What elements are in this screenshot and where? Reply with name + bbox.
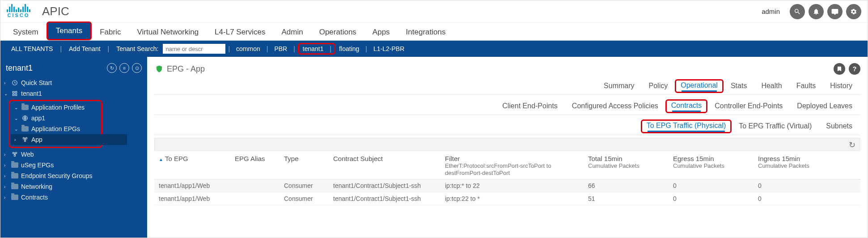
table-row[interactable]: tenant1/app1/Web Consumer tenant1/Contra… (154, 179, 860, 192)
tenant-link-l1l2pbr[interactable]: L1-L2-PBR (370, 43, 408, 54)
svg-rect-4 (15, 94, 17, 96)
tree-esg[interactable]: › Endpoint Security Groups (0, 170, 147, 181)
feedback-icon[interactable] (827, 4, 843, 19)
nav-apps[interactable]: Apps (364, 24, 398, 40)
help-icon[interactable]: ? (849, 63, 860, 75)
tenant-link-floating[interactable]: floating (335, 43, 363, 54)
tree-tenant1[interactable]: ⌄ tenant1 (0, 88, 147, 99)
grid-icon (11, 90, 18, 97)
traffic-table: ▲To EPG EPG Alias Type Contract Subject … (154, 151, 860, 205)
nav-fabric[interactable]: Fabric (92, 24, 129, 40)
tenant-link-pbr[interactable]: PBR (271, 43, 291, 54)
tab-health[interactable]: Health (754, 79, 789, 94)
col-alias[interactable]: EPG Alias (230, 151, 279, 179)
tree-label: Application EPGs (31, 125, 80, 132)
nav-tenants[interactable]: Tenants (48, 23, 91, 39)
folder-icon (11, 162, 18, 168)
cell-type: Consumer (279, 179, 329, 192)
all-tenants-link[interactable]: ALL TENANTS (7, 45, 57, 52)
tab-contracts[interactable]: Contracts (665, 99, 707, 113)
nav-l4l7[interactable]: L4-L7 Services (207, 24, 273, 40)
nav-admin[interactable]: Admin (274, 24, 311, 40)
settings-icon[interactable] (846, 4, 861, 19)
tenant-link-tenant1[interactable]: tenant1 (299, 43, 327, 54)
svg-rect-3 (13, 94, 14, 96)
tree-app1[interactable]: ⌄ app1 (11, 113, 100, 123)
tenant-search-input[interactable] (163, 44, 225, 54)
tab-history[interactable]: History (823, 79, 860, 94)
user-label[interactable]: admin (762, 8, 780, 15)
tab-epg-physical[interactable]: To EPG Traffic (Physical) (641, 119, 732, 133)
nav-integrations[interactable]: Integrations (398, 24, 454, 40)
folder-icon (21, 104, 29, 110)
nav-virtual-networking[interactable]: Virtual Networking (129, 24, 207, 40)
epg-icon (11, 151, 18, 157)
tree-epg-web[interactable]: › Web (0, 149, 147, 160)
cell-egress: 0 (669, 192, 754, 205)
tree-label: Application Profiles (31, 104, 85, 111)
tab-summary[interactable]: Summary (597, 79, 641, 94)
bookmark-icon[interactable] (834, 63, 845, 75)
tab-stats[interactable]: Stats (724, 79, 754, 94)
tab-faults[interactable]: Faults (789, 79, 823, 94)
tree-quick-start[interactable]: › Quick Start (0, 77, 147, 88)
add-tenant-link[interactable]: Add Tenant (64, 45, 105, 52)
col-ingress[interactable]: Ingress 15minCumulative Packets (754, 151, 860, 179)
cell-type: Consumer (279, 192, 329, 205)
tree-contracts[interactable]: › Contracts (0, 192, 147, 203)
cell-filter: ip:tcp:* to 22 (440, 179, 584, 192)
cell-ingress: 0 (754, 179, 860, 192)
tab-operational[interactable]: Operational (675, 79, 724, 93)
cell-alias (230, 192, 279, 205)
tab-epg-virtual[interactable]: To EPG Traffic (Virtual) (732, 119, 819, 135)
folder-icon (11, 194, 18, 200)
tree-label: Contracts (21, 194, 48, 201)
page-title: EPG - App (167, 64, 205, 74)
tree-label: Networking (21, 183, 52, 190)
cell-ingress: 0 (754, 192, 860, 205)
tab-policy[interactable]: Policy (642, 79, 675, 94)
col-total[interactable]: Total 15minCumulative Packets (584, 151, 669, 179)
tree-app-epgs[interactable]: ⌄ Application EPGs (11, 123, 100, 134)
tree-epg-app[interactable]: › App (11, 134, 127, 145)
cell-total: 66 (584, 179, 669, 192)
sidebar: tenant1 ↻ ≡ ⊙ › Quick Start ⌄ tenant1 ⌄ (0, 57, 147, 238)
content-pane: EPG - App ? Summary Policy Operational S… (147, 57, 868, 238)
tenant-subnav: ALL TENANTS | Add Tenant | Tenant Search… (0, 41, 868, 57)
cell-to-epg: tenant1/app1/Web (154, 192, 230, 205)
col-type[interactable]: Type (279, 151, 329, 179)
tab-subnets[interactable]: Subnets (819, 119, 860, 135)
cell-subject: tenant1/Contract1/Subject1-ssh (329, 179, 440, 192)
app-icon (21, 115, 29, 121)
cell-to-epg: tenant1/app1/Web (154, 179, 230, 192)
tree-networking[interactable]: › Networking (0, 181, 147, 192)
cell-total: 51 (584, 192, 669, 205)
tab-client-endpoints[interactable]: Client End-Points (495, 99, 565, 115)
col-subject[interactable]: Contract Subject (329, 151, 440, 179)
tab-controller-endpoints[interactable]: Controller End-Points (707, 99, 790, 115)
sidebar-action-1-icon[interactable]: ↻ (107, 63, 117, 73)
nav-system[interactable]: System (5, 24, 47, 40)
cell-alias (230, 179, 279, 192)
notifications-icon[interactable] (809, 4, 824, 19)
sidebar-action-2-icon[interactable]: ≡ (119, 63, 129, 73)
svg-rect-2 (15, 91, 17, 93)
col-filter[interactable]: FilterEtherT:Protocol:srcFromPort-srcToP… (440, 151, 584, 179)
epg-icon (21, 136, 29, 143)
app-title: APIC (42, 4, 69, 18)
tree-app-profiles[interactable]: ⌄ Application Profiles (11, 102, 100, 113)
tab-access-policies[interactable]: Configured Access Policies (565, 99, 665, 115)
sidebar-action-3-icon[interactable]: ⊙ (132, 63, 142, 73)
table-row[interactable]: tenant1/app1/Web Consumer tenant1/Contra… (154, 192, 860, 205)
col-egress[interactable]: Egress 15minCumulative Packets (669, 151, 754, 179)
reload-icon[interactable]: ↻ (849, 140, 855, 150)
main-nav: System Tenants Fabric Virtual Networking… (0, 23, 868, 41)
tree-label: app1 (31, 115, 45, 122)
tenant-search-label: Tenant Search: (112, 45, 163, 52)
col-to-epg[interactable]: ▲To EPG (154, 151, 230, 179)
search-icon[interactable] (790, 4, 805, 19)
tab-deployed-leaves[interactable]: Deployed Leaves (790, 99, 860, 115)
nav-operations[interactable]: Operations (311, 24, 364, 40)
tenant-link-common[interactable]: common (233, 43, 264, 54)
tree-useg[interactable]: › uSeg EPGs (0, 160, 147, 170)
